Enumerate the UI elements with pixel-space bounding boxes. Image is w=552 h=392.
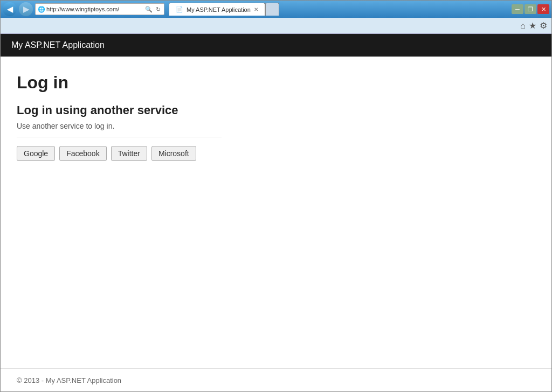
favorites-toolbar-button[interactable]: ★: [529, 20, 536, 31]
restore-button[interactable]: ❐: [525, 4, 536, 14]
search-button[interactable]: 🔍: [144, 5, 154, 13]
footer-text: © 2013 - My ASP.NET Application: [17, 376, 121, 384]
home-toolbar-button[interactable]: ⌂: [520, 21, 526, 31]
microsoft-login-button[interactable]: Microsoft: [151, 146, 196, 161]
close-button[interactable]: ✕: [537, 4, 549, 14]
section-description: Use another service to log in.: [17, 122, 535, 130]
inactive-tab[interactable]: [265, 3, 279, 16]
facebook-login-button[interactable]: Facebook: [59, 146, 106, 161]
page-content: Log in Log in using another service Use …: [1, 57, 551, 368]
browser-window: ◀ ▶ 🌐 http://www.wingtiptoys.com/ 🔍 ↻ 📄 …: [0, 0, 552, 392]
minimize-button[interactable]: ─: [512, 4, 523, 14]
tabs-area: 📄 My ASP.NET Application ✕: [169, 3, 279, 16]
section-title: Log in using another service: [17, 103, 535, 117]
forward-button[interactable]: ▶: [19, 2, 33, 16]
address-bar: 🌐 http://www.wingtiptoys.com/ 🔍 ↻: [35, 3, 164, 15]
back-button[interactable]: ◀: [3, 2, 17, 16]
refresh-button[interactable]: ↻: [155, 5, 162, 13]
google-login-button[interactable]: Google: [17, 146, 55, 161]
tab-close-button[interactable]: ✕: [254, 6, 258, 12]
service-buttons-group: Google Facebook Twitter Microsoft: [17, 146, 535, 161]
app-title: My ASP.NET Application: [11, 40, 105, 50]
active-tab[interactable]: 📄 My ASP.NET Application ✕: [169, 3, 265, 16]
app-navbar: My ASP.NET Application: [1, 34, 551, 57]
page-title: Log in: [17, 73, 535, 93]
twitter-login-button[interactable]: Twitter: [111, 146, 147, 161]
window-controls: ─ ❐ ✕: [512, 4, 549, 14]
active-tab-label: My ASP.NET Application: [187, 6, 251, 13]
page-icon: 🌐: [38, 6, 45, 13]
active-tab-favicon: 📄: [176, 6, 183, 13]
address-text[interactable]: http://www.wingtiptoys.com/: [46, 6, 143, 12]
divider: [17, 137, 222, 137]
settings-toolbar-button[interactable]: ⚙: [540, 20, 547, 31]
browser-chrome: ◀ ▶ 🌐 http://www.wingtiptoys.com/ 🔍 ↻ 📄 …: [1, 1, 551, 18]
page-footer: © 2013 - My ASP.NET Application: [1, 368, 551, 391]
browser-toolbar: ⌂ ★ ⚙: [1, 18, 551, 34]
